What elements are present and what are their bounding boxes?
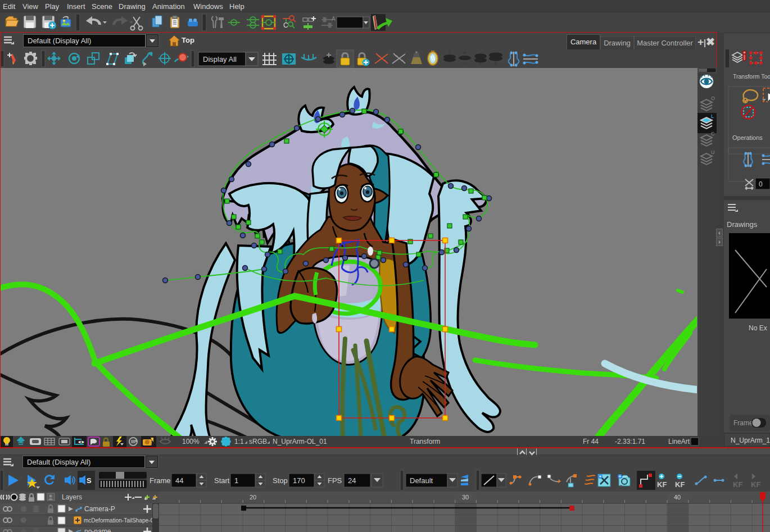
svg-text:Fr 44: Fr 44	[583, 438, 599, 445]
svg-text:KF: KF	[675, 480, 685, 489]
svg-text:N_UprArm-OL_01: N_UprArm-OL_01	[273, 438, 327, 445]
svg-text:Transform: Transform	[410, 438, 440, 445]
svg-text:24: 24	[348, 476, 356, 485]
svg-text:1: 1	[234, 476, 238, 485]
svg-text:Display All: Display All	[203, 55, 237, 63]
svg-text:Layers: Layers	[62, 493, 82, 501]
svg-text:Operations: Operations	[732, 134, 763, 141]
svg-text:Default: Default	[410, 476, 433, 485]
svg-text:A: A	[332, 16, 336, 22]
svg-text:Stop: Stop	[273, 476, 288, 485]
svg-text:LineArt: LineArt	[668, 438, 690, 445]
svg-text:KF: KF	[751, 480, 760, 489]
svg-text:40: 40	[674, 494, 681, 501]
svg-text:KF: KF	[657, 480, 667, 489]
svg-text:sRGB: sRGB	[249, 438, 267, 445]
svg-text:30: 30	[462, 494, 469, 501]
svg-text:100%: 100%	[182, 438, 200, 445]
svg-text:O: O	[711, 96, 715, 101]
svg-text:170: 170	[293, 476, 305, 485]
svg-text:Camera-P: Camera-P	[84, 505, 115, 513]
svg-text:No Ex: No Ex	[749, 324, 767, 332]
svg-text:1:1: 1:1	[234, 438, 244, 445]
svg-text:Frame: Frame	[150, 476, 171, 485]
svg-text:Start: Start	[214, 476, 230, 485]
svg-text:N_UprArm_1: N_UprArm_1	[731, 436, 770, 444]
svg-text:KF: KF	[733, 480, 742, 489]
svg-text:44: 44	[175, 476, 183, 485]
svg-text:Drawings: Drawings	[727, 220, 758, 229]
svg-text:FPS: FPS	[328, 476, 342, 485]
svg-text:Frame: Frame	[733, 419, 753, 427]
svg-text:20: 20	[250, 494, 256, 501]
svg-text:Transform Tool: Transform Tool	[733, 73, 770, 80]
svg-text:C: C	[283, 21, 288, 29]
svg-text:-2.33:1.71: -2.33:1.71	[615, 438, 645, 445]
svg-text:L: L	[711, 113, 714, 119]
svg-text:0: 0	[759, 180, 763, 188]
svg-text:no-name: no-name	[84, 528, 111, 532]
svg-text:C: C	[711, 131, 715, 137]
svg-text:1: 1	[151, 440, 153, 445]
svg-text:S: S	[87, 476, 92, 485]
svg-text:mcDeformation-TailShape-G_: mcDeformation-TailShape-G_	[84, 517, 158, 524]
svg-text:U: U	[711, 149, 715, 155]
